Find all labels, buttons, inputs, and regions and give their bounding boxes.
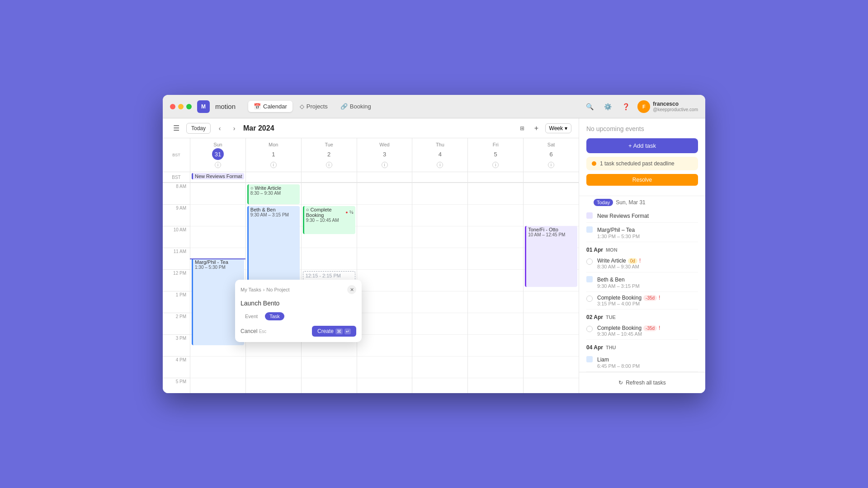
event-tone-otto[interactable]: Tone/Fi - Otto 10 AM – 12:45 PM	[525, 226, 577, 287]
time-5pm: 5 PM	[163, 378, 190, 393]
today-section-header: Today Sun, Mar 31	[586, 196, 698, 209]
sidebar-toggle[interactable]: ☰	[170, 122, 183, 135]
day-header-tue: Tue 2 i	[301, 138, 357, 172]
event-content: Marg/Phil – Tea 1:30 PM – 5:30 PM	[597, 225, 698, 239]
event-title: Liam	[597, 357, 609, 363]
week-selector[interactable]: Week ▾	[545, 123, 571, 133]
task-checkbox[interactable]	[586, 296, 593, 302]
overdue-icon: !	[639, 258, 641, 264]
sidebar-event-write-article[interactable]: Write Article 0d ! 8:30 AM – 9:30 AM	[586, 255, 698, 272]
calendar-toolbar: ☰ Today ‹ › Mar 2024 ⊞ + Week ▾	[163, 118, 579, 138]
today-button[interactable]: Today	[186, 123, 211, 134]
maximize-button[interactable]	[186, 104, 192, 109]
event-title: Marg/Phil - Tea	[195, 259, 242, 265]
day-col-fri[interactable]	[467, 183, 523, 393]
task-checkbox[interactable]	[586, 258, 593, 265]
minimize-button[interactable]	[178, 104, 184, 109]
search-button[interactable]: 🔍	[583, 100, 596, 113]
mon-info-icon[interactable]: i	[270, 162, 277, 168]
sidebar-events: Today Sun, Mar 31 New Reviews Format Mar…	[579, 196, 705, 372]
event-content: Write Article 0d ! 8:30 AM – 9:30 AM	[597, 258, 698, 269]
sidebar-event-liam[interactable]: Liam 6:45 PM – 8:00 PM	[586, 352, 698, 372]
event-content: Complete Booking -35d ! 9:30 AM – 10:45 …	[597, 325, 698, 337]
resolve-button[interactable]: Resolve	[586, 174, 698, 186]
day-col-thu[interactable]	[412, 183, 467, 393]
sidebar-event-reviews-format[interactable]: New Reviews Format	[586, 209, 698, 223]
refresh-tasks-button[interactable]: ↻ Refresh all tasks	[586, 377, 698, 389]
add-event-button[interactable]: +	[531, 122, 542, 134]
time-12pm: 12 PM	[163, 269, 190, 291]
event-time: 6:45 PM – 8:00 PM	[597, 363, 698, 369]
event-complete-booking-tue[interactable]: ○ Complete Booking ● ⅔ 9:30 – 10:45 AM	[303, 206, 355, 234]
task-checkbox[interactable]	[586, 326, 593, 332]
nav-booking[interactable]: 🔗 Booking	[335, 101, 377, 112]
popup-breadcrumb: My Tasks › No Project	[241, 287, 290, 292]
time-10am: 10 AM	[163, 226, 190, 248]
wed-info-icon[interactable]: i	[382, 162, 388, 168]
event-title: Write Article	[597, 258, 626, 264]
fri-info-icon[interactable]: i	[492, 162, 499, 168]
warning-text: 1 task scheduled past deadline	[600, 160, 693, 167]
thu-info-icon[interactable]: i	[437, 162, 443, 168]
popup-header: My Tasks › No Project ✕	[241, 285, 356, 294]
hour-9	[190, 204, 245, 226]
user-menu[interactable]: F francesco @keepproductive.com	[637, 100, 698, 113]
cancel-button[interactable]: Cancel Esc	[241, 328, 266, 334]
projects-nav-icon: ◇	[300, 103, 304, 110]
booking-nav-icon: 🔗	[340, 103, 348, 110]
settings-button[interactable]: ⚙️	[601, 100, 614, 113]
help-button[interactable]: ❓	[619, 100, 632, 113]
time-4pm: 4 PM	[163, 356, 190, 378]
calendar-toolbar-right: ⊞ + Week ▾	[516, 122, 571, 134]
type-event-button[interactable]: Event	[241, 312, 262, 320]
create-button[interactable]: Create ⌘ ↵	[312, 326, 356, 337]
day-header-mon: Mon 1 i	[245, 138, 301, 172]
user-name: francesco	[653, 101, 698, 107]
sidebar-event-marg-phil[interactable]: Marg/Phil – Tea 1:30 PM – 5:30 PM	[586, 223, 698, 242]
time-3pm: 3 PM	[163, 334, 190, 356]
allday-event-reviews[interactable]: New Reviews Format	[192, 173, 244, 179]
event-time: 1:30 PM – 5:30 PM	[597, 234, 698, 239]
close-button[interactable]	[170, 104, 175, 109]
calendar-month-year: Mar 2024	[243, 124, 274, 132]
time-1pm: 1 PM	[163, 291, 190, 313]
current-time-indicator: 11:30	[190, 258, 245, 259]
tue-info-icon[interactable]: i	[326, 162, 332, 168]
time-2pm: 2 PM	[163, 313, 190, 334]
popup-close-button[interactable]: ✕	[347, 285, 356, 294]
allday-gutter: BST	[163, 172, 190, 182]
nav-calendar[interactable]: 📅 Calendar	[248, 101, 292, 112]
right-sidebar: No upcoming events + Add task 1 task sch…	[579, 118, 705, 393]
nav-projects[interactable]: ◇ Projects	[294, 101, 333, 112]
sidebar-event-complete-booking-tue[interactable]: Complete Booking -35d ! 9:30 AM – 10:45 …	[586, 322, 698, 340]
sidebar-event-complete-booking-mon[interactable]: Complete Booking -35d ! 3:15 PM – 4:00 P…	[586, 292, 698, 310]
section-02apr: 02 Apr TUE	[586, 310, 698, 322]
sun-info-icon[interactable]: i	[215, 162, 221, 168]
chevron-down-icon: ▾	[565, 125, 567, 131]
next-week-button[interactable]: ›	[229, 123, 240, 134]
current-time-line	[190, 258, 245, 259]
view-toggle: ⊞	[516, 122, 528, 134]
event-time: 10 AM – 12:45 PM	[528, 232, 576, 237]
add-task-button[interactable]: + Add task	[586, 138, 698, 153]
calendar-icon	[586, 212, 593, 219]
grid-view-button[interactable]: ⊞	[516, 122, 528, 134]
day-col-wed[interactable]	[357, 183, 412, 393]
hour-17	[190, 378, 245, 393]
sidebar-event-beth-ben[interactable]: Beth & Ben 9:30 AM – 3:15 PM	[586, 272, 698, 292]
event-content: Complete Booking -35d ! 3:15 PM – 4:00 P…	[597, 295, 698, 306]
allday-cell-thu	[412, 172, 467, 182]
overdue-dot: ●	[345, 210, 348, 215]
event-write-article[interactable]: ○ Write Article 8:30 – 9:30 AM	[247, 184, 300, 204]
allday-row: BST New Reviews Format	[163, 172, 579, 183]
sat-info-icon[interactable]: i	[548, 162, 554, 168]
day-col-sat[interactable]: Tone/Fi - Otto 10 AM – 12:45 PM	[523, 183, 579, 393]
task-name-input[interactable]	[241, 299, 356, 308]
event-title: ○ Complete Booking	[306, 207, 344, 218]
prev-week-button[interactable]: ‹	[214, 123, 225, 134]
time-9am: 9 AM	[163, 204, 190, 226]
task-fraction: ⅔	[349, 210, 354, 215]
traffic-lights	[170, 104, 192, 109]
type-task-button[interactable]: Task	[265, 312, 284, 320]
today-badge: Today	[594, 199, 613, 206]
